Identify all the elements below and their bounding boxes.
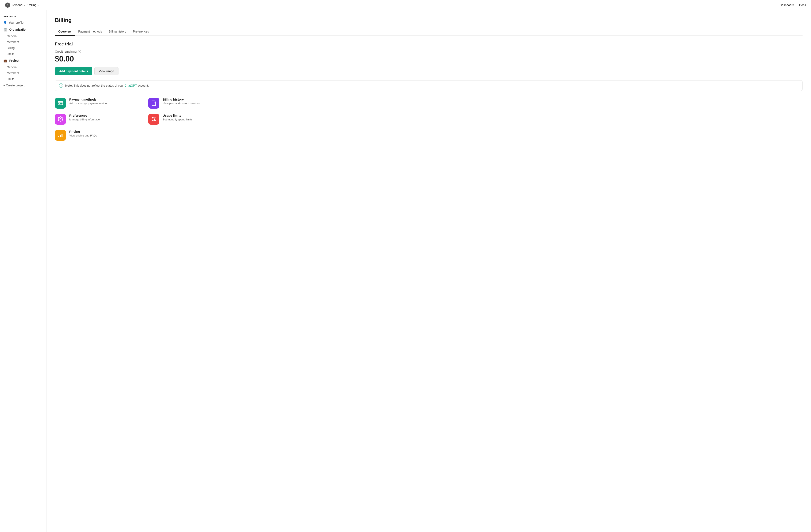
card-billing-history[interactable]: Billing history View past and current in… <box>148 97 236 109</box>
breadcrumb-sep: / <box>27 3 28 7</box>
tab-overview[interactable]: Overview <box>55 28 75 36</box>
breadcrumb-items: Personal ⌄ / falling ⌄ <box>11 3 39 7</box>
card-preferences-title: Preferences <box>69 114 143 117</box>
gear-icon <box>58 117 63 122</box>
person-icon: 👤 <box>3 21 7 24</box>
sidebar-item-proj-members[interactable]: Members <box>0 70 46 76</box>
card-billing-icon <box>148 97 159 109</box>
card-preferences-icon <box>55 114 66 125</box>
sidebar-group-project[interactable]: 💼 Project <box>0 57 46 64</box>
card-preferences-desc: Manage billing information <box>69 118 143 121</box>
sidebar-item-proj-general[interactable]: General <box>0 64 46 70</box>
sidebar-item-org-billing[interactable]: Billing <box>0 45 46 51</box>
credit-remaining-label: Credit remaining ℹ <box>55 50 802 53</box>
briefcase-icon: 💼 <box>3 59 7 63</box>
page-title: Billing <box>55 17 802 24</box>
card-pricing-title: Pricing <box>69 130 143 133</box>
note-box: ℹ Note: This does not reflect the status… <box>55 80 802 91</box>
create-project-button[interactable]: + Create project <box>0 82 46 89</box>
tab-preferences[interactable]: Preferences <box>130 28 152 36</box>
app-layout: SETTINGS 👤 Your profile 🏢 Organization G… <box>0 10 811 532</box>
card-usage-icon <box>148 114 159 125</box>
card-usage-title: Usage limits <box>163 114 236 117</box>
card-payment-desc: Add or change payment method <box>69 102 143 105</box>
svg-point-8 <box>154 119 155 120</box>
svg-point-7 <box>152 117 153 118</box>
add-payment-button[interactable]: Add payment details <box>55 67 92 75</box>
free-trial-title: Free trial <box>55 42 802 46</box>
sidebar-item-org-limits[interactable]: Limits <box>0 51 46 57</box>
svg-point-3 <box>60 119 61 120</box>
svg-rect-0 <box>58 102 63 105</box>
document-icon <box>151 100 156 106</box>
sliders-icon <box>151 117 156 122</box>
card-pricing-icon <box>55 130 66 141</box>
sidebar-item-proj-limits[interactable]: Limits <box>0 76 46 82</box>
chart-icon <box>58 133 63 138</box>
dashboard-link[interactable]: Dashboard <box>780 3 794 7</box>
chevron-down-icon: ⌄ <box>37 4 39 6</box>
nav-links: Dashboard Docs <box>780 3 806 7</box>
info-icon[interactable]: ℹ <box>78 50 81 53</box>
card-usage-limits[interactable]: Usage limits Set monthly spend limits <box>148 114 236 125</box>
credit-card-icon <box>58 100 63 106</box>
cards-grid: Payment methods Add or change payment me… <box>55 97 236 141</box>
main-content: Billing Overview Payment methods Billing… <box>46 10 811 532</box>
chevron-down-icon: ⌄ <box>24 4 25 6</box>
sidebar-item-org-general[interactable]: General <box>0 33 46 39</box>
svg-rect-11 <box>60 135 61 137</box>
card-payment-methods[interactable]: Payment methods Add or change payment me… <box>55 97 143 109</box>
svg-rect-12 <box>61 134 62 137</box>
card-payment-title: Payment methods <box>69 97 143 101</box>
sidebar: SETTINGS 👤 Your profile 🏢 Organization G… <box>0 10 46 532</box>
card-billing-desc: View past and current invoices <box>163 102 236 105</box>
chatgpt-link[interactable]: ChatGPT <box>125 84 137 87</box>
sidebar-group-organization[interactable]: 🏢 Organization <box>0 26 46 33</box>
info-circle-icon: ℹ <box>59 83 63 88</box>
svg-rect-2 <box>59 103 60 104</box>
tab-payment-methods[interactable]: Payment methods <box>75 28 105 36</box>
card-pricing-desc: View pricing and FAQs <box>69 134 143 137</box>
view-usage-button[interactable]: View usage <box>94 67 119 75</box>
building-icon: 🏢 <box>3 28 7 31</box>
card-billing-title: Billing history <box>163 97 236 101</box>
settings-label: SETTINGS <box>0 15 46 19</box>
avatar[interactable]: P <box>5 2 10 7</box>
project-selector[interactable]: falling ⌄ <box>29 3 39 7</box>
action-buttons: Add payment details View usage <box>55 67 802 75</box>
card-payment-icon <box>55 97 66 109</box>
note-prefix: Note: <box>65 84 73 87</box>
sidebar-item-your-profile[interactable]: 👤 Your profile <box>0 19 46 26</box>
workspace-selector[interactable]: Personal ⌄ <box>11 3 25 7</box>
credit-amount: $0.00 <box>55 55 802 63</box>
tab-billing-history[interactable]: Billing history <box>105 28 129 36</box>
card-usage-desc: Set monthly spend limits <box>163 118 236 121</box>
note-text: This does not reflect the status of your <box>74 84 124 87</box>
sidebar-item-org-members[interactable]: Members <box>0 39 46 45</box>
svg-rect-10 <box>58 136 59 137</box>
card-pricing[interactable]: Pricing View pricing and FAQs <box>55 130 143 141</box>
breadcrumb: P Personal ⌄ / falling ⌄ <box>5 2 39 7</box>
billing-tabs: Overview Payment methods Billing history… <box>55 28 802 36</box>
docs-link[interactable]: Docs <box>799 3 806 7</box>
card-preferences[interactable]: Preferences Manage billing information <box>55 114 143 125</box>
note-suffix: account. <box>138 84 149 87</box>
svg-point-9 <box>153 120 154 121</box>
top-nav: P Personal ⌄ / falling ⌄ Dashboard Docs <box>0 0 811 10</box>
